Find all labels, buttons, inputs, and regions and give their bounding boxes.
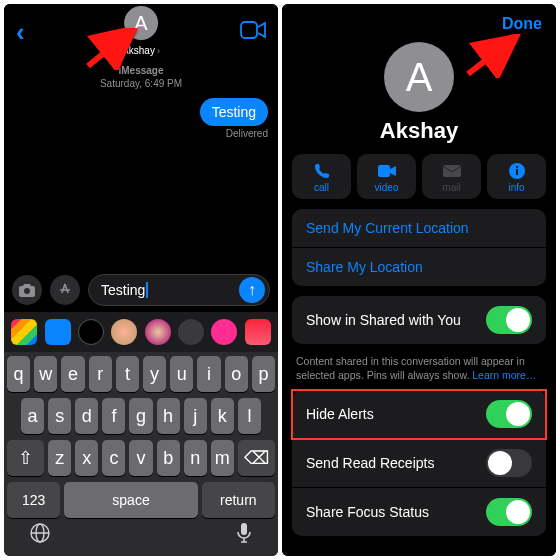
svg-rect-9 (443, 165, 461, 177)
text-caret (146, 282, 148, 298)
key-d[interactable]: d (75, 398, 98, 434)
send-location-row[interactable]: Send My Current Location (292, 209, 546, 248)
keyboard[interactable]: qwertyuiop asdfghjkl ⇧ zxcvbnm ⌫ 123 spa… (4, 352, 278, 556)
key-h[interactable]: h (157, 398, 180, 434)
action-call[interactable]: call (292, 154, 351, 199)
shared-with-you-row: Show in Shared with You (292, 296, 546, 344)
app-memoji-icon[interactable] (78, 319, 104, 345)
key-y[interactable]: y (143, 356, 166, 392)
dictation-key[interactable] (235, 522, 253, 548)
contact-details-screen: Done A Akshay call video mail info (282, 4, 556, 556)
key-z[interactable]: z (48, 440, 71, 476)
contact-hero: A Akshay (282, 38, 556, 154)
composer-bar: Testing ↑ (4, 268, 278, 312)
read-receipts-row: Send Read Receipts (292, 439, 546, 488)
key-j[interactable]: j (184, 398, 207, 434)
message-bubble-outgoing[interactable]: Testing (200, 98, 268, 126)
app-sticker2-icon[interactable] (145, 319, 171, 345)
thread-timestamp: iMessage Saturday, 6:49 PM (14, 64, 268, 90)
key-n[interactable]: n (184, 440, 207, 476)
hide-alerts-toggle[interactable] (486, 400, 532, 428)
chevron-right-icon: › (157, 46, 160, 56)
location-card: Send My Current Location Share My Locati… (292, 209, 546, 286)
key-x[interactable]: x (75, 440, 98, 476)
info-icon (487, 162, 546, 180)
video-icon (357, 162, 416, 180)
action-info[interactable]: info (487, 154, 546, 199)
key-a[interactable]: a (21, 398, 44, 434)
nav-bar: ‹ A Akshay› (4, 4, 278, 56)
avatar: A (124, 6, 158, 40)
globe-key[interactable] (29, 522, 51, 548)
app-sticker-icon[interactable] (111, 319, 137, 345)
appstore-button[interactable] (50, 275, 80, 305)
key-i[interactable]: i (197, 356, 220, 392)
key-w[interactable]: w (34, 356, 57, 392)
alerts-card: Hide Alerts Send Read Receipts Share Foc… (292, 390, 546, 536)
learn-more-link[interactable]: Learn more… (472, 369, 536, 381)
message-input[interactable]: Testing ↑ (88, 274, 270, 306)
shared-toggle[interactable] (486, 306, 532, 334)
read-receipts-toggle[interactable] (486, 449, 532, 477)
key-k[interactable]: k (211, 398, 234, 434)
imessage-app-rail[interactable] (4, 312, 278, 352)
app-store-icon[interactable] (45, 319, 71, 345)
send-button[interactable]: ↑ (239, 277, 265, 303)
key-l[interactable]: l (238, 398, 261, 434)
done-button[interactable]: Done (502, 15, 542, 33)
svg-rect-6 (241, 523, 247, 535)
delete-key[interactable]: ⌫ (238, 440, 275, 476)
shared-card: Show in Shared with You (292, 296, 546, 344)
key-m[interactable]: m (211, 440, 234, 476)
details-scroll[interactable]: call video mail info Send My Current Loc… (282, 154, 556, 556)
action-mail: mail (422, 154, 481, 199)
app-audio-icon[interactable] (178, 319, 204, 345)
key-t[interactable]: t (116, 356, 139, 392)
hide-alerts-row: Hide Alerts (292, 390, 546, 439)
focus-status-row: Share Focus Status (292, 488, 546, 536)
app-search-icon[interactable] (211, 319, 237, 345)
key-p[interactable]: p (252, 356, 275, 392)
key-e[interactable]: e (61, 356, 84, 392)
key-q[interactable]: q (7, 356, 30, 392)
shift-key[interactable]: ⇧ (7, 440, 44, 476)
messages-thread-screen: ‹ A Akshay› iMessage Saturday, 6:49 PM T… (4, 4, 278, 556)
shared-description: Content shared in this conversation will… (292, 354, 546, 390)
action-video[interactable]: video (357, 154, 416, 199)
contact-name: Akshay (282, 118, 556, 144)
key-v[interactable]: v (129, 440, 152, 476)
delivery-status: Delivered (226, 128, 268, 139)
back-button[interactable]: ‹ (16, 17, 25, 48)
key-c[interactable]: c (102, 440, 125, 476)
quick-actions: call video mail info (292, 154, 546, 199)
key-r[interactable]: r (89, 356, 112, 392)
numbers-key[interactable]: 123 (7, 482, 60, 518)
key-s[interactable]: s (48, 398, 71, 434)
nav-bar: Done (282, 4, 556, 38)
svg-rect-0 (241, 22, 257, 38)
message-thread[interactable]: iMessage Saturday, 6:49 PM Testing Deliv… (4, 56, 278, 268)
return-key[interactable]: return (202, 482, 275, 518)
key-g[interactable]: g (129, 398, 152, 434)
share-location-row[interactable]: Share My Location (292, 248, 546, 286)
svg-rect-8 (378, 165, 390, 177)
app-music-icon[interactable] (245, 319, 271, 345)
key-f[interactable]: f (102, 398, 125, 434)
focus-toggle[interactable] (486, 498, 532, 526)
svg-rect-12 (516, 169, 518, 175)
key-b[interactable]: b (157, 440, 180, 476)
svg-point-2 (24, 288, 30, 294)
space-key[interactable]: space (64, 482, 197, 518)
contact-header[interactable]: A Akshay› (122, 6, 160, 58)
phone-icon (292, 162, 351, 180)
key-o[interactable]: o (225, 356, 248, 392)
app-photos-icon[interactable] (11, 319, 37, 345)
key-u[interactable]: u (170, 356, 193, 392)
svg-point-11 (515, 166, 517, 168)
camera-button[interactable] (12, 275, 42, 305)
contact-name: Akshay (122, 45, 155, 56)
mail-icon (422, 162, 481, 180)
avatar[interactable]: A (384, 42, 454, 112)
facetime-button[interactable] (240, 21, 266, 43)
